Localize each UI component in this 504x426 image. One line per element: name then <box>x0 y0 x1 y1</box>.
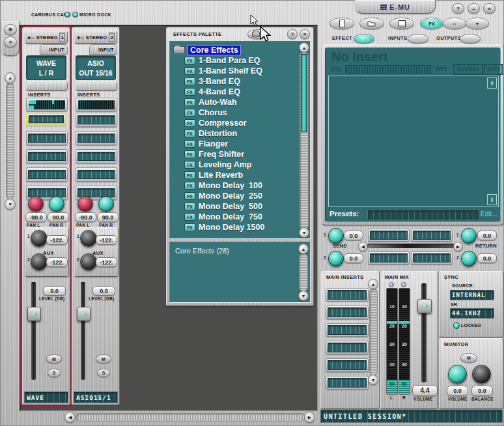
aux1-knob[interactable] <box>80 230 97 247</box>
main-insert-slot[interactable] <box>326 376 369 390</box>
main-inserts-scrollbar[interactable] <box>369 289 378 375</box>
send1-knob[interactable] <box>328 228 344 244</box>
open-session-button[interactable] <box>359 18 384 29</box>
palette-scrollbar[interactable] <box>300 52 309 229</box>
main-inserts-scroll-down[interactable]: ▼ <box>368 375 378 385</box>
effect-item[interactable]: FX 1-Band Shelf EQ <box>173 66 310 76</box>
inputs-tab-button[interactable] <box>408 34 428 44</box>
main-insert-slot[interactable] <box>326 323 369 337</box>
effect-item[interactable]: FX Chorus <box>173 107 310 118</box>
effect-item[interactable]: FX Freq Shifter <box>173 149 310 160</box>
info-scroll-down[interactable]: ▼ <box>298 291 309 301</box>
mixer-scroll-right[interactable]: ▶ <box>304 412 315 423</box>
effect-tab-button[interactable] <box>354 34 374 44</box>
effect-item[interactable]: FX Mono Delay 750 <box>173 212 310 222</box>
palette-scroll-up[interactable]: ▲ <box>299 42 309 53</box>
main-insert-slot[interactable] <box>326 341 369 354</box>
sync-sr-display[interactable]: 44.1KHZ <box>450 308 494 319</box>
send-insert-slot[interactable] <box>368 251 410 264</box>
send-scroll-right[interactable]: ▶ <box>453 242 463 251</box>
monitor-mute-button[interactable]: M <box>460 353 477 363</box>
pan-right-knob[interactable] <box>49 196 64 212</box>
strip-type-button[interactable]: STEREO 1 <box>25 31 68 44</box>
presets-edit-link[interactable]: Edit... <box>481 210 497 218</box>
monitor-balance-knob[interactable] <box>472 365 491 384</box>
effect-item[interactable]: FX Mono Delay 100 <box>173 180 310 191</box>
palette-scroll-down[interactable]: ▼ <box>299 227 309 238</box>
mixer-scroll-left[interactable]: ◀ <box>64 412 76 423</box>
save-session-button[interactable] <box>389 18 414 29</box>
pan-left-knob[interactable] <box>28 196 44 212</box>
insert-slot[interactable] <box>26 113 66 126</box>
strip-blank-button[interactable] <box>26 81 68 91</box>
main-fader-thumb[interactable] <box>417 299 432 313</box>
effect-item[interactable]: FX Lite Reverb <box>173 170 310 180</box>
chain-scroll-down[interactable]: ⬇ <box>487 194 497 205</box>
level-fader-track[interactable] <box>31 282 36 380</box>
session-menu-button[interactable]: ▼ <box>466 18 489 29</box>
effect-chain-area[interactable]: ⬆ ⬇ <box>328 76 499 207</box>
fx-palette-button[interactable]: FX <box>420 18 443 29</box>
strip-blank-button[interactable] <box>76 81 117 91</box>
send-insert-slot[interactable] <box>368 229 410 242</box>
mixer-vertical-scrollbar[interactable] <box>6 83 14 199</box>
insert-slot[interactable] <box>76 149 117 163</box>
aux2-knob[interactable] <box>31 253 48 270</box>
effects-root-item[interactable]: Core Effects <box>173 45 310 55</box>
info-scrollbar[interactable] <box>299 253 308 291</box>
outputs-tab-button[interactable] <box>460 34 481 44</box>
scribble-strip[interactable]: ASIO15/1 <box>74 391 118 403</box>
mixer-horizontal-scrollbar[interactable] <box>76 413 305 421</box>
pan-right-knob[interactable] <box>98 196 114 212</box>
return1-knob[interactable] <box>461 228 477 244</box>
sync-source-display[interactable]: INTERNAL <box>450 290 494 300</box>
aux1-knob[interactable] <box>31 230 48 247</box>
main-fader-track[interactable] <box>421 283 427 382</box>
mixer-strip-1[interactable]: STEREO 1 INPUT WAVE L / R INSERTS -90.0 … <box>22 27 70 405</box>
level-fader-thumb[interactable] <box>77 307 91 321</box>
level-fader-track[interactable] <box>81 282 85 380</box>
presets-display[interactable] <box>367 210 479 220</box>
new-strip-button[interactable]: ✳ <box>4 24 17 35</box>
palette-help-button[interactable]: ? <box>287 29 298 39</box>
close-button[interactable]: × <box>483 3 496 14</box>
aux2-knob[interactable] <box>80 253 97 270</box>
bypass-button[interactable]: bypass <box>453 64 483 75</box>
strip-type-button[interactable]: STEREO 2 <box>74 31 117 44</box>
new-folder-button[interactable]: + <box>247 29 267 39</box>
dry-wet-slider[interactable] <box>345 65 432 74</box>
palette-scrollbar-thumb[interactable] <box>301 54 307 132</box>
return2-knob[interactable] <box>461 251 477 266</box>
insert-slot[interactable] <box>76 167 117 182</box>
effect-item[interactable]: FX Distortion <box>173 128 310 139</box>
monitor-volume-knob[interactable] <box>448 365 467 384</box>
mixer-scroll-up[interactable]: ▲ <box>5 72 16 83</box>
strip-input-display[interactable]: ASIO OUT 15/16 <box>76 55 116 80</box>
pan-left-knob[interactable] <box>77 196 93 212</box>
strip-input-display[interactable]: WAVE L / R <box>26 55 66 80</box>
effect-item[interactable]: FX 4-Band EQ <box>173 87 310 97</box>
level-fader-thumb[interactable] <box>27 307 41 321</box>
effect-item[interactable]: FX Mono Delay 250 <box>173 191 310 201</box>
mixer-scroll-down[interactable]: ▼ <box>5 199 16 210</box>
palette-close-button[interactable]: × <box>300 29 310 39</box>
solo-button[interactable]: S <box>48 369 61 377</box>
scribble-strip[interactable]: WAVE <box>24 391 68 403</box>
info-scroll-up[interactable]: ▲ <box>298 244 309 254</box>
effect-item[interactable]: FX Leveling Amp <box>173 160 310 170</box>
delete-strip-button[interactable]: × <box>4 36 17 48</box>
palette-titlebar[interactable]: EFFECTS PALETTE + ? × <box>167 28 313 40</box>
effects-palette-window[interactable]: EFFECTS PALETTE + ? × Core Effects FX 1-… <box>166 27 314 306</box>
effect-item[interactable]: FX 1-Band Para EQ <box>173 55 310 66</box>
minimize-button[interactable]: – <box>468 3 480 14</box>
send-insert-slot[interactable] <box>411 251 453 264</box>
effect-item[interactable]: FX Mono Delay 500 <box>173 201 310 212</box>
main-insert-slot[interactable] <box>326 288 369 302</box>
mute-button[interactable]: M <box>96 354 111 363</box>
send-insert-slot[interactable] <box>411 229 453 242</box>
mute-button[interactable]: M <box>46 354 62 363</box>
effect-item[interactable]: FX Mono Delay 1500 <box>173 222 310 233</box>
effect-item[interactable]: FX Auto-Wah <box>173 97 310 107</box>
insert-slot[interactable] <box>76 131 117 145</box>
solo-button[interactable]: S <box>97 369 110 377</box>
